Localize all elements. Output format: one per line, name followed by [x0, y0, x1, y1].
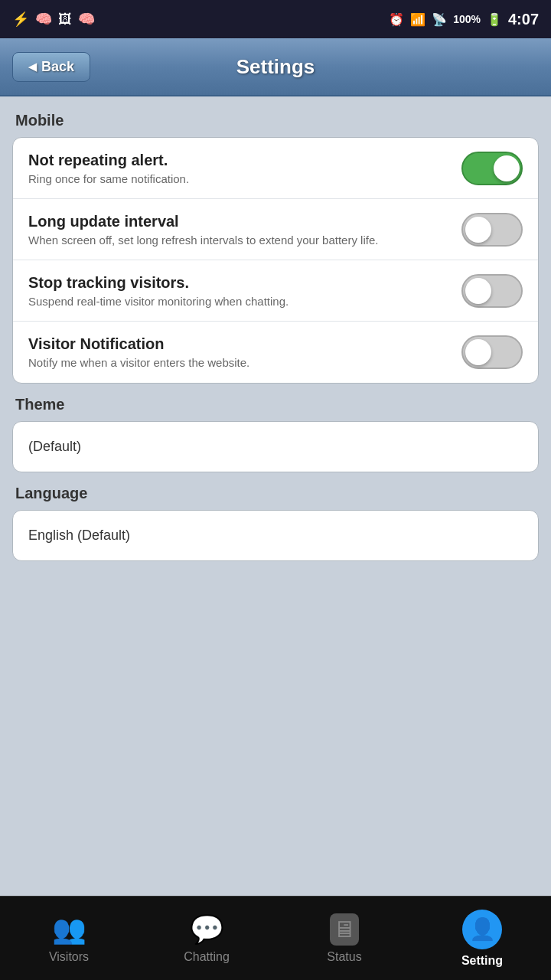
page-title: Settings: [236, 55, 315, 79]
app-header: Back Settings: [0, 38, 551, 96]
clock: 4:07: [508, 11, 539, 28]
nav-status[interactable]: 🖥 Status: [276, 897, 413, 980]
not-repeating-alert-desc: Ring once for same notification.: [28, 172, 449, 185]
back-button[interactable]: Back: [12, 52, 90, 82]
long-update-interval-row: Long update interval When screen off, se…: [13, 199, 538, 260]
alarm-icon: ⏰: [389, 12, 404, 27]
nav-visitors[interactable]: 👥 Visitors: [0, 897, 138, 980]
stop-tracking-visitors-toggle[interactable]: [461, 274, 523, 308]
theme-section-label: Theme: [12, 396, 539, 413]
theme-dropdown-item[interactable]: (Default): [13, 425, 538, 469]
long-update-interval-title: Long update interval: [28, 213, 449, 230]
signal-icon: 📡: [432, 12, 447, 27]
brain2-icon: 🧠: [78, 11, 95, 28]
battery-icon: 🔋: [487, 12, 502, 27]
stop-tracking-visitors-row: Stop tracking visitors. Suspend real-tim…: [13, 260, 538, 322]
chatting-icon: 💬: [190, 913, 224, 946]
visitor-notification-desc: Notify me when a visitor enters the webs…: [28, 356, 449, 369]
main-content: Mobile Not repeating alert. Ring once fo…: [0, 96, 551, 896]
status-icon: 🖥: [330, 913, 359, 946]
language-section-label: Language: [12, 485, 539, 502]
visitors-icon: 👥: [52, 913, 86, 946]
language-dropdown-card: English (Default): [12, 510, 539, 561]
stop-tracking-visitors-title: Stop tracking visitors.: [28, 274, 449, 292]
status-label: Status: [327, 950, 361, 964]
long-update-interval-desc: When screen off, set long refresh interv…: [28, 234, 449, 247]
nav-setting[interactable]: 👤 Setting: [413, 897, 551, 980]
mobile-section-label: Mobile: [12, 112, 539, 129]
theme-dropdown-card: (Default): [12, 421, 539, 472]
mobile-settings-card: Not repeating alert. Ring once for same …: [12, 137, 539, 384]
visitor-notification-title: Visitor Notification: [28, 335, 449, 353]
bottom-nav: 👥 Visitors 💬 Chatting 🖥 Status 👤 Setting: [0, 896, 551, 980]
chatting-label: Chatting: [184, 950, 230, 964]
status-bar: ⚡ 🧠 🖼 🧠 ⏰ 📶 📡 100% 🔋 4:07: [0, 0, 551, 38]
not-repeating-alert-toggle[interactable]: [461, 152, 523, 185]
nav-chatting[interactable]: 💬 Chatting: [138, 897, 276, 980]
visitor-notification-toggle[interactable]: [461, 335, 523, 369]
not-repeating-alert-title: Not repeating alert.: [28, 152, 449, 169]
setting-label: Setting: [461, 954, 503, 968]
visitor-notification-row: Visitor Notification Notify me when a vi…: [13, 322, 538, 383]
setting-icon-bg: 👤: [462, 910, 502, 949]
setting-icon: 👤: [469, 916, 496, 942]
long-update-interval-toggle[interactable]: [461, 213, 523, 247]
visitors-label: Visitors: [49, 950, 89, 964]
usb-icon: ⚡: [12, 11, 29, 28]
not-repeating-alert-row: Not repeating alert. Ring once for same …: [13, 138, 538, 199]
language-dropdown-item[interactable]: English (Default): [13, 514, 538, 557]
wifi-icon: 📶: [410, 12, 425, 27]
stop-tracking-visitors-desc: Suspend real-time visitor monitoring whe…: [28, 295, 449, 308]
battery-text: 100%: [453, 13, 481, 25]
brain1-icon: 🧠: [35, 11, 52, 28]
image-icon: 🖼: [58, 11, 72, 28]
